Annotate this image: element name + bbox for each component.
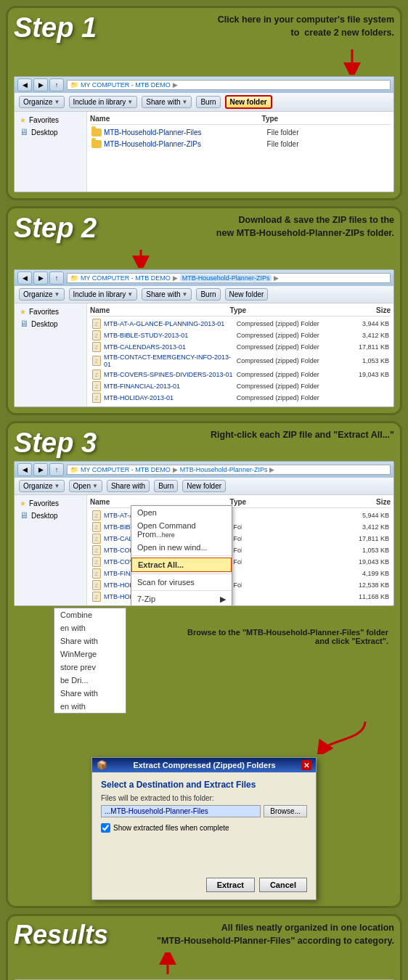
burn-button[interactable]: Burn: [196, 288, 220, 301]
file-size: 5,944 KB: [242, 512, 389, 519]
burn-button[interactable]: Burn: [154, 480, 178, 492]
dialog-container: 📦 Extract Compressed (Zipped) Folders ✕ …: [14, 757, 394, 900]
new-folder-button[interactable]: New folder: [182, 480, 226, 492]
ctx-scan-viruses[interactable]: Scan for viruses: [131, 576, 232, 589]
address-crumb-computer[interactable]: 📁: [70, 466, 78, 473]
new-folder-button[interactable]: New folder: [225, 95, 272, 109]
ctx-combine[interactable]: Combine: [54, 608, 126, 621]
file-size: 19,043 KB: [242, 558, 389, 565]
cancel-button[interactable]: Cancel: [259, 878, 307, 892]
file-size: 11,168 KB: [242, 593, 389, 600]
ctx-7zip[interactable]: 7-Zip▶: [131, 592, 232, 606]
star-icon: ★: [20, 308, 26, 316]
file-name[interactable]: MTB-AT-A-GLANCE-PLANNING-2013-01: [104, 320, 237, 327]
extract-button[interactable]: Extract: [206, 878, 255, 892]
up-button[interactable]: ↑: [49, 463, 64, 476]
dialog-close-button[interactable]: ✕: [301, 760, 311, 770]
address-bar: 📁 MY COMPUTER - MTB DEMO ▶: [67, 80, 391, 90]
organize-button[interactable]: Organize ▼: [19, 288, 65, 301]
file-size: 19,043 KB: [336, 371, 389, 378]
zip-icon: Z: [91, 592, 102, 602]
open-button[interactable]: Open ▼: [69, 480, 102, 492]
ctx-en-with[interactable]: en with: [54, 621, 126, 634]
address-crumb-sub[interactable]: MTB-Household-Planner-ZIPs: [180, 466, 268, 473]
zip-icon: Z: [91, 381, 102, 391]
address-crumb-main[interactable]: MY COMPUTER - MTB DEMO: [81, 274, 171, 282]
include-library-button[interactable]: Include in library ▼: [69, 288, 138, 301]
ctx-be-dri[interactable]: be Dri...: [54, 674, 126, 687]
sidebar-item-desktop[interactable]: 🖥 Desktop: [17, 317, 83, 330]
address-crumb-main[interactable]: MY COMPUTER - MTB DEMO: [81, 81, 171, 89]
ctx-open-cmd[interactable]: Open Command Prom...here: [131, 519, 232, 541]
file-name[interactable]: MTB-FINANCIAL-2013-01: [104, 383, 237, 390]
organize-button[interactable]: Organize ▼: [19, 96, 65, 108]
monitor-icon: 🖥: [20, 127, 28, 137]
ctx-extract-all[interactable]: Extract All...: [131, 558, 232, 572]
ctx-winmerge[interactable]: WinMerge: [54, 648, 126, 661]
back-button[interactable]: ◀: [17, 463, 32, 476]
back-button[interactable]: ◀: [17, 78, 32, 91]
file-name[interactable]: MTB-Household-Planner-Files: [104, 128, 267, 136]
extract-arrow: [314, 718, 372, 754]
address-crumb-sub[interactable]: MTB-Household-Planner-ZIPs: [180, 274, 272, 282]
results-header: Results All files neatly organized in on…: [14, 922, 394, 948]
forward-button[interactable]: ▶: [33, 463, 48, 476]
address-bar: 📁 MY COMPUTER - MTB DEMO ▶ MTB-Household…: [67, 273, 391, 283]
step1-explorer: ◀ ▶ ↑ 📁 MY COMPUTER - MTB DEMO ▶ Organiz…: [14, 76, 394, 192]
step1-sidebar: ★ Favorites 🖥 Desktop: [15, 112, 87, 192]
ctx-en-with2[interactable]: en with: [54, 700, 126, 713]
sidebar-item-desktop[interactable]: 🖥 Desktop: [17, 509, 83, 522]
share-with-button[interactable]: Share with ▼: [142, 288, 192, 301]
ctx-share-with2[interactable]: Share with: [54, 687, 126, 700]
file-name[interactable]: MTB-CONTACT-EMERGENCY-INFO-2013-01: [104, 354, 237, 368]
file-name[interactable]: MTB-HOLIDAY-2013-01: [104, 394, 237, 401]
browse-button[interactable]: Browse...: [264, 805, 307, 817]
up-button[interactable]: ↑: [49, 78, 64, 91]
ctx-open-new-window[interactable]: Open in new wind...: [131, 541, 232, 554]
file-name[interactable]: MTB-BIBLE-STUDY-2013-01: [104, 332, 237, 339]
file-name[interactable]: MTB-CALENDARS-2013-01: [104, 343, 237, 351]
share-with-button[interactable]: Share with ▼: [142, 96, 192, 108]
share-with-button[interactable]: Share with: [107, 480, 150, 492]
nav-buttons: ◀ ▶ ↑: [17, 463, 64, 476]
table-row: Z MTB-HOLIDAY-2013-01 Compressed (zipped…: [90, 392, 391, 404]
file-type: Compressed (zipped) Folder: [237, 332, 336, 339]
address-crumb-computer[interactable]: 📁: [70, 274, 78, 282]
step1-titlebar: ◀ ▶ ↑ 📁 MY COMPUTER - MTB DEMO ▶: [15, 77, 393, 93]
sidebar-item-favorites[interactable]: ★ Favorites: [17, 498, 83, 509]
back-button[interactable]: ◀: [17, 271, 32, 285]
ctx-separator3: [131, 590, 232, 591]
table-row: Z MTB-AT-A-GLANCE-PLANNING-2013-01 Compr…: [90, 318, 391, 330]
dialog-buttons: Extract Cancel: [101, 878, 307, 892]
checkbox-label: Show extracted files when complete: [113, 824, 229, 832]
show-files-checkbox[interactable]: [101, 823, 110, 833]
file-type: Compressed (zipped) Folder: [237, 320, 336, 327]
zip-icon: Z: [91, 342, 102, 352]
forward-button[interactable]: ▶: [33, 78, 48, 91]
burn-button[interactable]: Burn: [196, 96, 220, 108]
new-folder-button[interactable]: New folder: [225, 288, 269, 301]
zip-icon: Z: [91, 330, 102, 340]
sidebar-item-desktop[interactable]: 🖥 Desktop: [17, 126, 83, 139]
file-name[interactable]: MTB-Household-Planner-ZIPs: [104, 140, 267, 148]
extract-dialog: 📦 Extract Compressed (Zipped) Folders ✕ …: [91, 757, 317, 900]
include-library-button[interactable]: Include in library ▼: [69, 96, 138, 108]
dialog-titlebar: 📦 Extract Compressed (Zipped) Folders ✕: [92, 758, 316, 772]
nav-buttons: ◀ ▶ ↑: [17, 78, 64, 91]
organize-button[interactable]: Organize ▼: [19, 480, 65, 492]
address-crumb-computer[interactable]: 📁: [70, 81, 78, 89]
file-name[interactable]: MTB-COVERS-SPINES-DIVIDERS-2013-01: [104, 371, 237, 378]
ctx-restore[interactable]: store prev: [54, 661, 126, 674]
ctx-share-with[interactable]: Share with: [54, 634, 126, 648]
dialog-path-input[interactable]: [101, 805, 261, 817]
up-button[interactable]: ↑: [49, 271, 64, 285]
zip-icon: Z: [91, 534, 102, 544]
sidebar-item-favorites[interactable]: ★ Favorites: [17, 306, 83, 317]
step3-annotation-text: Browse to the "MTB-Household-Planner-Fil…: [174, 628, 388, 645]
zip-icon: Z: [91, 580, 102, 590]
address-crumb-main[interactable]: MY COMPUTER - MTB DEMO: [81, 466, 171, 473]
forward-button[interactable]: ▶: [33, 271, 48, 285]
sidebar-item-favorites[interactable]: ★ Favorites: [17, 115, 83, 126]
step3-description: Right-click each ZIP file and "Extract A…: [101, 429, 394, 442]
ctx-open[interactable]: Open: [131, 506, 232, 519]
